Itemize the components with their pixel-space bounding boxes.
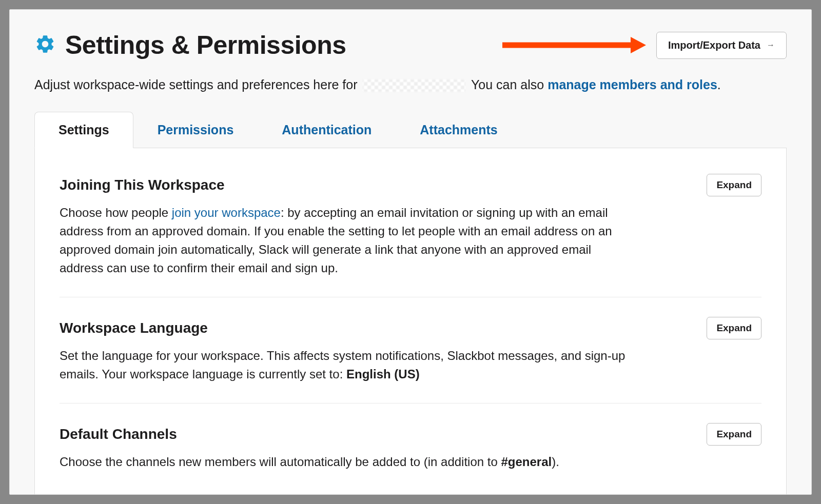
section-channels-desc: Choose the channels new members will aut… bbox=[60, 453, 629, 471]
language-desc-prefix: Set the language for your workspace. Thi… bbox=[60, 349, 625, 381]
tab-attachments[interactable]: Attachments bbox=[396, 112, 521, 148]
channels-desc-suffix: ). bbox=[552, 455, 559, 469]
expand-joining-button[interactable]: Expand bbox=[707, 174, 761, 196]
page-header: Settings & Permissions Import/Export Dat… bbox=[34, 30, 787, 60]
import-export-label: Import/Export Data bbox=[668, 39, 760, 51]
subtitle-period: . bbox=[717, 77, 721, 92]
section-language: Workspace Language Expand Set the langua… bbox=[60, 317, 761, 404]
settings-content: Joining This Workspace Expand Choose how… bbox=[34, 148, 787, 495]
import-export-button[interactable]: Import/Export Data → bbox=[656, 32, 787, 59]
svg-marker-1 bbox=[631, 37, 646, 53]
section-joining-head: Joining This Workspace Expand bbox=[60, 174, 761, 196]
page-title: Settings & Permissions bbox=[65, 30, 346, 60]
language-current: English (US) bbox=[346, 367, 420, 381]
annotation-arrow bbox=[346, 35, 646, 55]
subtitle-suffix: You can also bbox=[471, 77, 548, 92]
section-joining: Joining This Workspace Expand Choose how… bbox=[60, 174, 761, 297]
arrow-right-icon: → bbox=[767, 41, 775, 50]
channels-desc-prefix: Choose the channels new members will aut… bbox=[60, 455, 501, 469]
title-group: Settings & Permissions bbox=[34, 30, 346, 60]
section-language-title: Workspace Language bbox=[60, 320, 208, 336]
join-workspace-link[interactable]: join your workspace bbox=[172, 206, 281, 219]
section-channels-title: Default Channels bbox=[60, 426, 177, 442]
section-channels-head: Default Channels Expand bbox=[60, 423, 761, 446]
manage-members-link[interactable]: manage members and roles bbox=[548, 77, 717, 92]
settings-page: Settings & Permissions Import/Export Dat… bbox=[9, 9, 812, 495]
settings-tabs: Settings Permissions Authentication Atta… bbox=[34, 111, 787, 148]
gear-icon bbox=[34, 33, 56, 57]
section-channels: Default Channels Expand Choose the chann… bbox=[60, 423, 761, 491]
expand-language-button[interactable]: Expand bbox=[707, 317, 761, 339]
section-joining-title: Joining This Workspace bbox=[60, 177, 225, 193]
workspace-name-redacted bbox=[363, 79, 465, 92]
channels-general: #general bbox=[501, 455, 552, 469]
tab-permissions[interactable]: Permissions bbox=[133, 112, 258, 148]
tab-settings[interactable]: Settings bbox=[34, 112, 133, 148]
expand-channels-button[interactable]: Expand bbox=[707, 423, 761, 446]
section-language-head: Workspace Language Expand bbox=[60, 317, 761, 339]
tab-authentication[interactable]: Authentication bbox=[258, 112, 396, 148]
section-joining-desc: Choose how people join your workspace: b… bbox=[60, 204, 629, 277]
page-subtitle: Adjust workspace-wide settings and prefe… bbox=[34, 75, 787, 95]
joining-desc-prefix: Choose how people bbox=[60, 206, 172, 219]
subtitle-prefix: Adjust workspace-wide settings and prefe… bbox=[34, 77, 358, 92]
section-language-desc: Set the language for your workspace. Thi… bbox=[60, 347, 629, 384]
